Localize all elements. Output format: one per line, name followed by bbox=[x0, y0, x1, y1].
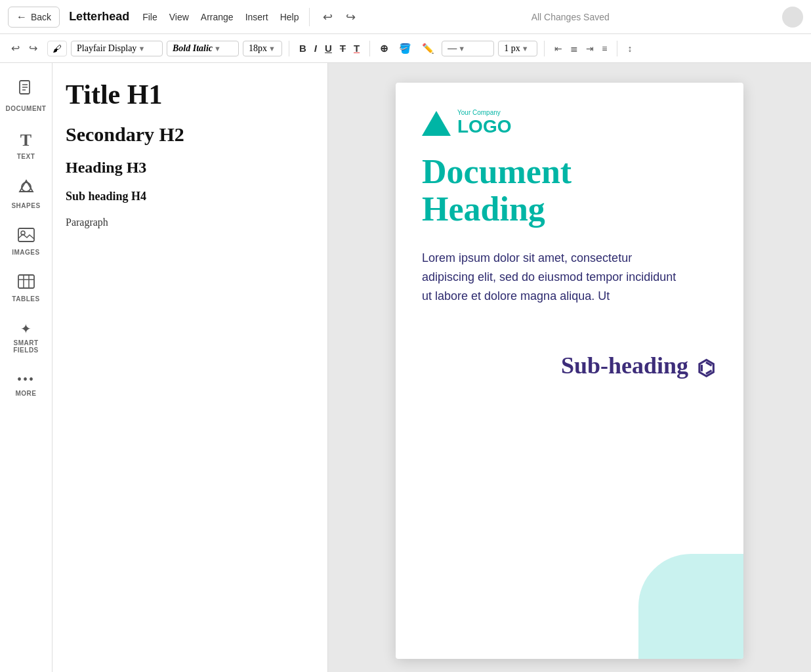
styles-panel: Title H1 Secondary H2 Heading H3 Sub hea… bbox=[52, 63, 328, 672]
font-size-selector[interactable]: 18px ▼ bbox=[243, 41, 282, 56]
underline-button[interactable]: U bbox=[322, 41, 335, 56]
logo-text: Your Company LOGO bbox=[457, 109, 511, 137]
style-h3[interactable]: Heading H3 bbox=[66, 159, 314, 177]
canvas-area: Sub-heading ⌬ Your Company LOGO Document… bbox=[328, 63, 811, 672]
svg-rect-6 bbox=[18, 228, 34, 242]
font-family-value: Playfair Display bbox=[77, 43, 136, 54]
fill-color-button[interactable]: 🪣 bbox=[396, 41, 415, 56]
menu-file[interactable]: File bbox=[142, 12, 157, 22]
drag-cursor-icon: ⌬ bbox=[697, 356, 715, 381]
logo-area: Your Company LOGO bbox=[422, 109, 717, 137]
font-style-value: Bold Italic bbox=[173, 43, 213, 54]
border-color-button[interactable]: ✏️ bbox=[419, 41, 438, 56]
formatting-toolbar: ↩ ↪ 🖌 Playfair Display ▼ Bold Italic ▼ 1… bbox=[0, 34, 811, 63]
line-style-chevron-icon: ▼ bbox=[458, 45, 465, 52]
style-h2[interactable]: Secondary H2 bbox=[66, 123, 314, 146]
logo-company-text: Your Company bbox=[457, 109, 511, 116]
smart-fields-icon: ✦ bbox=[20, 321, 31, 337]
sidebar-item-images-label: IMAGES bbox=[12, 249, 39, 256]
style-h1[interactable]: Title H1 bbox=[66, 79, 314, 110]
alignment-group: ⇤ ≣ ⇥ ≡ bbox=[551, 41, 610, 56]
menu-bar: File View Arrange Insert Help bbox=[142, 12, 299, 22]
font-style-selector[interactable]: Bold Italic ▼ bbox=[167, 41, 239, 56]
line-spacing-button[interactable]: ↕ bbox=[624, 41, 635, 56]
line-width-value: 1 px bbox=[504, 43, 520, 54]
sidebar-item-document[interactable]: DOCUMENT bbox=[4, 74, 49, 119]
menu-arrange[interactable]: Arrange bbox=[201, 12, 234, 22]
menu-view[interactable]: View bbox=[169, 12, 189, 22]
toolbar-undo-group: ↩ ↪ bbox=[8, 40, 41, 56]
sidebar-item-tables-label: TABLES bbox=[12, 295, 39, 303]
sidebar-item-more-label: MORE bbox=[16, 390, 37, 397]
text-format-group: B I U T T bbox=[296, 41, 363, 56]
toolbar-redo-button[interactable]: ↪ bbox=[26, 40, 41, 56]
app-title: Letterhead bbox=[69, 10, 129, 24]
menu-help[interactable]: Help bbox=[280, 12, 299, 22]
separator-4 bbox=[617, 41, 617, 56]
subheading-drag-element[interactable]: Sub-heading ⌬ bbox=[561, 352, 715, 381]
back-button[interactable]: ← Back bbox=[8, 7, 60, 28]
sidebar-item-smart-fields[interactable]: ✦ SMART FIELDS bbox=[4, 314, 49, 360]
undo-redo-group: ↩ ↪ bbox=[320, 7, 358, 27]
bold-button[interactable]: B bbox=[296, 41, 310, 56]
main-layout: DOCUMENT T TEXT SHAPES IMAGES TABLES ✦ bbox=[0, 63, 811, 672]
document-heading-line1: Document bbox=[422, 153, 717, 190]
line-style-value: — bbox=[447, 43, 457, 54]
divider bbox=[309, 8, 310, 26]
sidebar-item-tables[interactable]: TABLES bbox=[4, 268, 49, 309]
document-body: Lorem ipsum dolor sit amet, consectetur … bbox=[422, 249, 684, 305]
move-button[interactable]: ⊕ bbox=[377, 41, 392, 56]
separator-3 bbox=[544, 41, 545, 56]
separator-2 bbox=[369, 41, 370, 56]
sidebar-item-shapes-label: SHAPES bbox=[11, 202, 40, 209]
sidebar-item-text[interactable]: T TEXT bbox=[4, 124, 49, 167]
separator-1 bbox=[289, 41, 289, 56]
font-size-value: 18px bbox=[249, 43, 267, 54]
document-heading[interactable]: Document Heading bbox=[422, 153, 717, 228]
sidebar-item-text-label: TEXT bbox=[17, 153, 35, 160]
images-icon bbox=[18, 228, 35, 246]
redo-button[interactable]: ↪ bbox=[343, 7, 358, 27]
text-color-button[interactable]: T bbox=[350, 41, 363, 56]
align-right-button[interactable]: ⇥ bbox=[583, 41, 597, 56]
align-justify-button[interactable]: ≡ bbox=[598, 41, 610, 56]
text-icon: T bbox=[20, 131, 31, 150]
line-style-selector[interactable]: — ▼ bbox=[442, 41, 494, 56]
top-bar: ← Back Letterhead File View Arrange Inse… bbox=[0, 0, 811, 34]
toolbar-undo-button[interactable]: ↩ bbox=[8, 40, 23, 56]
tables-icon bbox=[18, 274, 35, 293]
paint-format-button[interactable]: 🖌 bbox=[47, 41, 67, 56]
line-width-selector[interactable]: 1 px ▼ bbox=[498, 41, 537, 56]
corner-decoration bbox=[638, 554, 743, 659]
more-icon: ••• bbox=[17, 372, 35, 387]
back-arrow-icon: ← bbox=[16, 11, 27, 23]
font-family-chevron-icon: ▼ bbox=[138, 45, 145, 52]
italic-button[interactable]: I bbox=[311, 41, 320, 56]
logo-triangle-icon bbox=[422, 111, 451, 136]
font-style-chevron-icon: ▼ bbox=[214, 45, 221, 52]
sidebar: DOCUMENT T TEXT SHAPES IMAGES TABLES ✦ bbox=[0, 63, 52, 672]
font-size-chevron-icon: ▼ bbox=[268, 45, 276, 52]
back-label: Back bbox=[31, 12, 51, 22]
logo-name-text: LOGO bbox=[457, 116, 511, 137]
font-family-selector[interactable]: Playfair Display ▼ bbox=[71, 41, 163, 56]
document-heading-line2: Heading bbox=[422, 190, 717, 228]
shapes-icon bbox=[18, 178, 35, 200]
sidebar-item-shapes[interactable]: SHAPES bbox=[4, 172, 49, 216]
align-left-button[interactable]: ⇤ bbox=[551, 41, 566, 56]
align-center-button[interactable]: ≣ bbox=[567, 41, 581, 56]
subheading-text: Sub-heading bbox=[561, 352, 688, 379]
sidebar-item-more[interactable]: ••• MORE bbox=[4, 366, 49, 404]
undo-button[interactable]: ↩ bbox=[320, 7, 335, 27]
line-width-chevron-icon: ▼ bbox=[522, 45, 529, 52]
user-avatar[interactable] bbox=[782, 7, 803, 28]
style-h4[interactable]: Sub heading H4 bbox=[66, 190, 314, 203]
svg-rect-8 bbox=[18, 275, 34, 288]
style-paragraph[interactable]: Paragraph bbox=[66, 217, 314, 228]
save-status: All Changes Saved bbox=[358, 12, 782, 22]
sidebar-item-smart-fields-label: SMART FIELDS bbox=[8, 339, 45, 354]
strikethrough-button[interactable]: T bbox=[337, 41, 349, 56]
menu-insert[interactable]: Insert bbox=[245, 12, 268, 22]
sidebar-item-images[interactable]: IMAGES bbox=[4, 221, 49, 262]
sidebar-item-document-label: DOCUMENT bbox=[6, 105, 47, 112]
